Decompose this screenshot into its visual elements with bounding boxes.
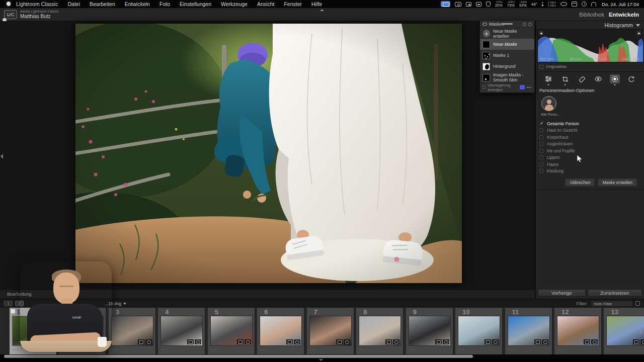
photo-thumbnail[interactable] — [161, 316, 202, 345]
crop-badge-icon[interactable] — [633, 339, 639, 344]
edit-badge-icon[interactable] — [492, 339, 499, 344]
crop-badge-icon[interactable] — [336, 339, 343, 344]
shield-icon[interactable] — [486, 2, 491, 7]
histogram[interactable]: ISO 32035 mmf / 2,01/640 Sek. — [537, 29, 642, 62]
crop-badge-icon[interactable] — [485, 339, 491, 344]
photo-thumbnail[interactable] — [112, 316, 153, 345]
person-option-row[interactable]: Gesamte Person — [539, 120, 644, 127]
cell-menu-dots-icon[interactable] — [260, 344, 267, 353]
filmstrip-cell[interactable]: 12 — [554, 308, 602, 354]
cell-menu-dots-icon[interactable] — [607, 344, 613, 353]
cell-menu-dots-icon[interactable] — [310, 344, 316, 353]
cell-menu-dots-icon[interactable] — [359, 344, 366, 353]
original-photo-checkbox[interactable] — [539, 65, 543, 69]
photo-thumbnail[interactable] — [260, 316, 301, 345]
collapse-top-panel-icon[interactable] — [320, 9, 324, 11]
mask-list-item[interactable]: Imagen Masks - Smooth Skin — [480, 72, 534, 83]
module-tab[interactable]: Entwickeln — [609, 12, 639, 18]
network-speed[interactable]: 1 KB/s 0 KB/s — [548, 1, 556, 7]
create-new-mask-button[interactable]: + Neue Maske erstellen — [480, 28, 534, 39]
edit-badge-icon[interactable] — [195, 339, 201, 344]
photo-thumbnail[interactable] — [359, 316, 400, 345]
edit-badge-icon[interactable] — [640, 339, 644, 344]
status-dots-icon[interactable] — [542, 2, 543, 6]
cell-menu-dots-icon[interactable] — [508, 344, 515, 353]
menu-item[interactable]: Foto — [159, 1, 170, 7]
red-eye-icon[interactable] — [593, 74, 603, 83]
screen-record-icon[interactable] — [441, 1, 450, 7]
cancel-button[interactable]: Abbrechen — [565, 178, 595, 187]
crop-badge-icon[interactable] — [187, 339, 194, 344]
photo-thumbnail[interactable] — [211, 316, 252, 345]
info-icon[interactable] — [523, 23, 526, 26]
person-option-row[interactable]: Körperhaut — [539, 134, 644, 141]
collapse-bottom-panel-icon[interactable] — [319, 359, 323, 361]
edit-badge-icon[interactable] — [344, 339, 350, 344]
menu-item[interactable]: Entwickeln — [125, 1, 150, 7]
shadow-clipping-icon[interactable] — [539, 31, 543, 35]
photo-thumbnail[interactable] — [607, 316, 644, 345]
crop-badge-icon[interactable] — [534, 339, 541, 344]
menu-item[interactable]: Lightroom Classic — [16, 1, 58, 7]
mask-list-item[interactable]: Hintergrund — [480, 61, 534, 72]
all-people-avatar[interactable] — [541, 96, 556, 111]
filmstrip-cell[interactable]: 11 — [505, 308, 552, 354]
filmstrip-cell[interactable]: 5 — [208, 308, 255, 354]
menu-item[interactable]: Ansicht — [257, 1, 274, 7]
filmstrip-cell[interactable]: 13 — [604, 308, 644, 354]
photo-thumbnail[interactable] — [508, 316, 549, 345]
filmstrip-cell[interactable]: 10 — [455, 308, 503, 354]
menubar-clock[interactable]: Do. 24. Juli 17:04 — [602, 2, 639, 7]
crop-badge-icon[interactable] — [435, 339, 442, 344]
option-checkbox[interactable] — [539, 169, 543, 173]
reset-button[interactable]: Zurücksetzen — [588, 289, 642, 297]
mask-visibility-eye-icon[interactable] — [482, 23, 487, 26]
photo-thumbnail[interactable] — [310, 316, 351, 345]
stat-readout[interactable]: SSD 93% — [519, 1, 527, 8]
menu-item[interactable]: Werkzeuge — [221, 1, 248, 7]
filmstrip-scrollbar-track[interactable] — [0, 355, 644, 358]
cell-menu-dots-icon[interactable] — [211, 344, 217, 353]
filmstrip-cell[interactable]: 7 — [307, 308, 354, 354]
eye-icon[interactable] — [560, 2, 567, 6]
option-checkbox[interactable] — [539, 162, 543, 166]
panel-drag-handle[interactable] — [502, 23, 513, 25]
menu-item[interactable]: Bearbeiten — [90, 1, 115, 7]
option-checkbox[interactable] — [539, 135, 543, 139]
person-option-row[interactable]: Kleidung — [539, 168, 644, 175]
person-option-row[interactable]: Iris und Pupille — [539, 147, 644, 154]
cell-menu-dots-icon[interactable] — [161, 344, 168, 353]
filmstrip-cell[interactable]: 8 — [356, 308, 404, 354]
photo-thumbnail[interactable] — [409, 316, 450, 345]
sync-icon[interactable] — [626, 74, 636, 83]
edit-badge-icon[interactable] — [591, 339, 598, 344]
camera-icon[interactable] — [455, 2, 461, 7]
module-tab[interactable]: Bibliothek — [579, 12, 604, 18]
option-checkbox[interactable] — [539, 128, 543, 132]
stat-readout[interactable]: CPU 20% — [495, 1, 503, 8]
expand-left-panel-icon[interactable] — [1, 154, 3, 159]
cell-menu-dots-icon[interactable] — [557, 344, 564, 353]
person-option-row[interactable]: Lippen — [539, 154, 644, 161]
cell-menu-dots-icon[interactable] — [458, 344, 465, 353]
overlay-checkbox[interactable] — [482, 85, 486, 89]
cell-menu-dots-icon[interactable] — [112, 344, 118, 353]
option-checkbox[interactable] — [539, 142, 543, 146]
filter-lock-icon[interactable] — [635, 301, 640, 306]
edit-badge-icon[interactable] — [443, 339, 449, 344]
time-machine-icon[interactable] — [582, 2, 587, 7]
person-option-row[interactable]: Haut im Gesicht — [539, 127, 644, 134]
filmstrip-cell[interactable]: 3 — [109, 308, 156, 354]
menu-item[interactable]: Datei — [67, 1, 80, 7]
edit-sliders-icon[interactable] — [543, 74, 553, 83]
previous-button[interactable]: Vorherige — [538, 289, 586, 297]
edit-badge-icon[interactable] — [245, 339, 251, 344]
photo-thumbnail[interactable] — [557, 316, 599, 345]
healing-icon[interactable] — [577, 74, 587, 83]
crop-badge-icon[interactable] — [237, 339, 244, 344]
mask-list-item[interactable]: Neue Maske — [480, 39, 534, 50]
filmstrip-cell[interactable]: 6 — [257, 308, 304, 354]
menu-item[interactable]: Einstellungen — [180, 1, 211, 7]
stat-readout[interactable]: GPU 73% — [507, 1, 515, 8]
mask-list-item[interactable]: Maske 1 — [480, 50, 534, 61]
